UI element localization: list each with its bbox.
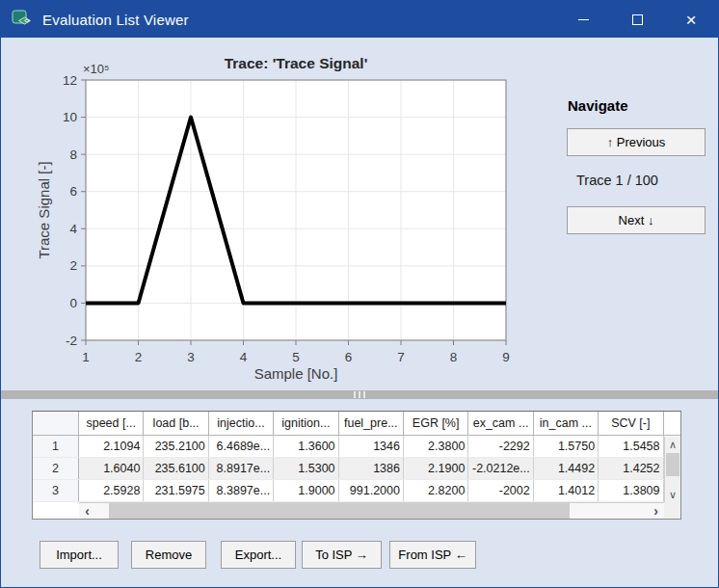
remove-button[interactable]: Remove (131, 541, 206, 569)
table-cell[interactable]: 1.9000 (274, 480, 338, 501)
evaluation-table: speed [...load [b...injectio...ignition.… (32, 411, 681, 520)
table-cell[interactable]: 1.3809 (599, 480, 663, 501)
y-tick-label: 6 (69, 184, 77, 199)
x-tick-label: 4 (240, 350, 248, 364)
scrollbar-corner (664, 502, 680, 519)
scroll-left-icon[interactable]: ‹ (79, 503, 95, 519)
from-isp-button[interactable]: From ISP ← (389, 541, 476, 569)
table-cell[interactable]: 235.2100 (144, 436, 208, 457)
table-header-row: speed [...load [b...injectio...ignition.… (33, 412, 680, 436)
table-cell[interactable]: 8.3897e... (209, 480, 274, 501)
row-number: 2 (33, 458, 79, 479)
splitter-grip-icon (363, 391, 365, 398)
table-cell[interactable]: 235.6100 (144, 458, 208, 479)
x-tick-label: 8 (450, 350, 458, 364)
maximize-button[interactable] (610, 1, 664, 38)
table-row: 32.5928231.59758.3897e...1.9000991.20002… (33, 480, 680, 502)
table-cell[interactable]: 1.5300 (274, 458, 338, 479)
app-icon (12, 10, 33, 29)
column-header: speed [... (79, 412, 144, 435)
table-cell[interactable]: 1.5750 (534, 436, 599, 457)
x-tick-label: 5 (292, 350, 300, 364)
scroll-up-icon[interactable]: ∧ (665, 437, 680, 452)
x-tick-label: 7 (397, 350, 405, 364)
y-tick-label: 2 (69, 258, 77, 273)
table-cell[interactable]: 1.4252 (599, 458, 663, 479)
table-cell[interactable]: 1.6040 (79, 458, 144, 479)
close-icon: × (685, 11, 696, 29)
table-cell[interactable]: 1.4012 (534, 480, 599, 501)
column-header: EGR [%] (404, 412, 468, 435)
next-button[interactable]: Next ↓ (567, 206, 706, 234)
x-tick-label: 2 (135, 350, 143, 364)
import-button[interactable]: Import... (40, 541, 119, 569)
trace-position-label: Trace 1 / 100 (576, 173, 658, 188)
y-tick-label: 0 (69, 296, 77, 310)
window-controls: × (556, 1, 718, 38)
table-cell[interactable]: 1.4492 (534, 458, 599, 479)
row-number-header (33, 412, 79, 435)
y-tick-label: 8 (69, 147, 77, 162)
window-content: Trace: 'Trace Signal' ×10⁵ Trace Signal … (1, 38, 718, 587)
row-number: 1 (33, 436, 79, 457)
splitter-grip-icon (359, 391, 360, 398)
table-cell[interactable]: 991.2000 (339, 480, 404, 501)
column-header: in_cam ... (534, 412, 599, 435)
y-tick-label: -2 (66, 334, 77, 348)
table-cell[interactable]: 2.3800 (404, 436, 468, 457)
table-row: 12.1094235.21006.4689e...1.360013462.380… (33, 436, 680, 458)
column-header: SCV [-] (599, 412, 663, 435)
horizontal-scrollbar-track[interactable] (95, 503, 648, 519)
table-cell[interactable]: 6.4689e... (209, 436, 274, 457)
table-cell[interactable]: 1.5458 (599, 436, 663, 457)
table-cell[interactable]: 2.8200 (404, 480, 468, 501)
scroll-right-icon[interactable]: › (648, 503, 664, 519)
maximize-icon (632, 14, 643, 25)
column-header: fuel_pre... (339, 412, 404, 435)
table-cell[interactable]: 1386 (339, 458, 404, 479)
table-body: 12.1094235.21006.4689e...1.360013462.380… (33, 436, 680, 502)
table-cell[interactable]: -2002 (468, 480, 533, 501)
export-button[interactable]: Export... (221, 541, 296, 569)
close-button[interactable]: × (664, 1, 718, 38)
table-cell[interactable]: 2.1094 (79, 436, 144, 457)
horizontal-scrollbar-thumb[interactable] (109, 503, 570, 519)
x-tick-label: 3 (187, 350, 195, 364)
column-header: injectio... (209, 412, 274, 435)
table-cell[interactable]: -2.0212e... (468, 458, 533, 479)
to-isp-button[interactable]: To ISP → (302, 541, 382, 569)
table-cell[interactable]: -2292 (468, 436, 533, 457)
row-number: 3 (33, 480, 79, 501)
y-tick-label: 12 (63, 73, 77, 88)
table-cell[interactable]: 2.1900 (404, 458, 468, 479)
horizontal-splitter[interactable] (1, 390, 718, 399)
window-title: Evaluation List Viewer (42, 12, 189, 28)
minimize-button[interactable] (556, 1, 610, 38)
column-header: ex_cam ... (468, 412, 533, 435)
table-cell[interactable]: 2.5928 (79, 480, 144, 501)
x-tick-label: 1 (82, 350, 90, 364)
trace-signal-chart: 123456789-2024681012 (1, 38, 550, 390)
evaluation-list-viewer-window: Evaluation List Viewer × Trace: 'Trace S… (0, 0, 719, 588)
previous-button[interactable]: ↑ Previous (567, 128, 706, 156)
table-cell[interactable]: 1346 (339, 436, 404, 457)
splitter-grip-icon (354, 391, 356, 398)
y-tick-label: 4 (69, 222, 77, 236)
scroll-down-icon[interactable]: ∨ (665, 487, 680, 502)
x-tick-label: 9 (502, 350, 510, 364)
x-tick-label: 6 (345, 350, 353, 364)
table-cell[interactable]: 1.3600 (274, 436, 338, 457)
column-header: load [b... (144, 412, 208, 435)
vertical-scrollbar[interactable]: ∧ ∨ (664, 437, 680, 502)
minimize-icon (578, 19, 589, 20)
table-row: 21.6040235.61008.8917e...1.530013862.190… (33, 458, 680, 480)
y-tick-label: 10 (63, 110, 77, 124)
column-header: ignition... (274, 412, 338, 435)
table-cell[interactable]: 231.5975 (144, 480, 208, 501)
horizontal-scrollbar[interactable]: ‹ › (79, 502, 664, 519)
table-cell[interactable]: 8.8917e... (209, 458, 274, 479)
title-bar: Evaluation List Viewer × (1, 1, 718, 38)
navigate-heading: Navigate (568, 97, 628, 114)
vertical-scrollbar-thumb[interactable] (666, 453, 679, 476)
